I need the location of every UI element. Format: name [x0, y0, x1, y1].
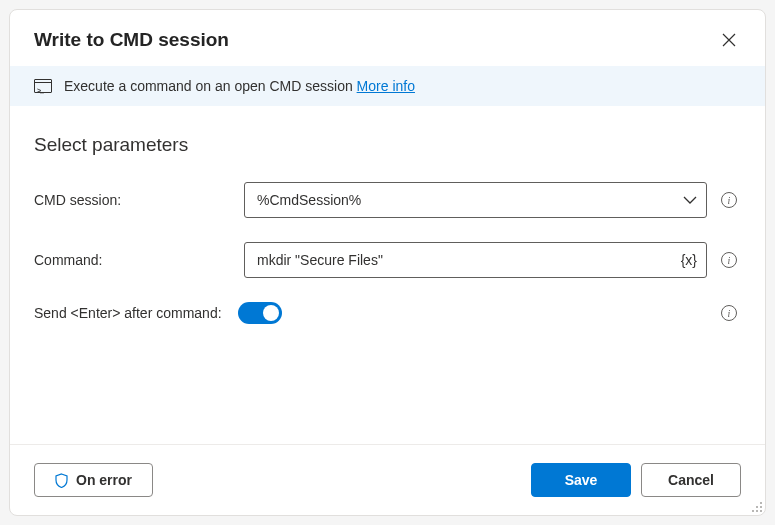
command-value: mkdir "Secure Files" — [257, 252, 383, 268]
cmd-session-label: CMD session: — [34, 192, 234, 208]
cmd-session-value: %CmdSession% — [257, 192, 361, 208]
variable-icon[interactable]: {x} — [679, 250, 699, 270]
cmd-session-row: CMD session: %CmdSession% i — [34, 182, 741, 218]
svg-point-5 — [760, 510, 762, 512]
info-text: Execute a command on an open CMD session… — [64, 78, 415, 94]
svg-point-0 — [760, 502, 762, 504]
on-error-label: On error — [76, 472, 132, 488]
shield-icon — [55, 473, 68, 488]
command-label: Command: — [34, 252, 234, 268]
info-bar: Execute a command on an open CMD session… — [10, 66, 765, 106]
send-enter-row: Send <Enter> after command: i — [34, 302, 741, 324]
resize-grip-icon[interactable] — [751, 501, 763, 513]
save-button[interactable]: Save — [531, 463, 631, 497]
command-input[interactable]: mkdir "Secure Files" — [244, 242, 707, 278]
svg-point-4 — [756, 510, 758, 512]
cmd-session-select[interactable]: %CmdSession% — [244, 182, 707, 218]
dialog-header: Write to CMD session — [10, 10, 765, 66]
dialog-footer: On error Save Cancel — [10, 444, 765, 515]
cmd-icon — [34, 79, 52, 93]
dialog: Write to CMD session Execute a command o… — [9, 9, 766, 516]
on-error-button[interactable]: On error — [34, 463, 153, 497]
command-info-icon[interactable]: i — [721, 252, 737, 268]
close-button[interactable] — [717, 28, 741, 52]
section-title: Select parameters — [34, 134, 741, 156]
send-enter-label: Send <Enter> after command: — [34, 305, 222, 321]
svg-point-1 — [756, 506, 758, 508]
more-info-link[interactable]: More info — [357, 78, 415, 94]
send-enter-info-icon[interactable]: i — [721, 305, 737, 321]
close-icon — [722, 33, 736, 47]
cancel-button[interactable]: Cancel — [641, 463, 741, 497]
send-enter-toggle[interactable] — [238, 302, 282, 324]
info-description: Execute a command on an open CMD session — [64, 78, 357, 94]
command-row: Command: mkdir "Secure Files" {x} i — [34, 242, 741, 278]
svg-point-3 — [752, 510, 754, 512]
svg-point-2 — [760, 506, 762, 508]
cmd-session-info-icon[interactable]: i — [721, 192, 737, 208]
dialog-title: Write to CMD session — [34, 29, 229, 51]
content-area: Select parameters CMD session: %CmdSessi… — [10, 106, 765, 444]
